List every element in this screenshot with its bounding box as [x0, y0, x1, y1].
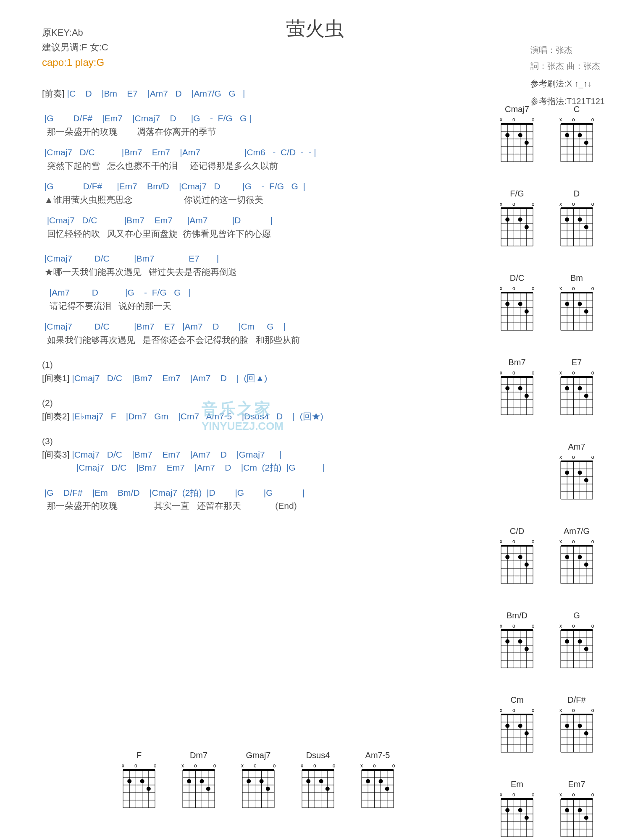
- fretboard-icon: xoo: [291, 762, 345, 811]
- svg-text:o: o: [532, 707, 535, 713]
- svg-text:x: x: [559, 454, 562, 460]
- svg-text:x: x: [500, 117, 502, 123]
- song-meta: 演唱：张杰 詞：张杰 曲：张杰 参考刷法:X ↑_↑↓ 参考指法:T121T12…: [530, 42, 605, 109]
- svg-point-12: [505, 133, 509, 137]
- chord-name: Bm/D: [490, 611, 544, 621]
- chord-name: Bm7: [490, 358, 544, 368]
- chord-name: Dsus4: [291, 751, 345, 761]
- svg-point-103: [578, 302, 582, 306]
- lyric-row: 突然下起的雪 怎么也擦不干的泪 还记得那是多么久以前: [42, 159, 475, 173]
- svg-text:x: x: [559, 370, 562, 376]
- svg-point-139: [578, 386, 582, 390]
- svg-point-338: [206, 787, 210, 791]
- chord-name: Am7: [549, 442, 604, 452]
- svg-text:o: o: [512, 285, 515, 291]
- svg-text:x: x: [500, 285, 502, 291]
- svg-point-193: [578, 555, 582, 559]
- fretboard-icon: xoo: [549, 285, 604, 333]
- chord-name: C/D: [490, 526, 544, 536]
- svg-point-31: [578, 133, 582, 137]
- line-pair: |Cmaj7 D/C |Bm7 Em7 |Am7 |Cm6 - C/D - - …: [42, 146, 475, 172]
- svg-text:x: x: [500, 707, 502, 713]
- svg-point-265: [578, 724, 582, 728]
- fretboard-icon: xoo: [231, 762, 286, 811]
- svg-point-374: [326, 787, 330, 791]
- svg-text:o: o: [194, 763, 197, 769]
- capo-info: capo:1 play:G: [42, 55, 613, 71]
- interlude-chord-row: [间奏2] |E♭maj7 F |Dm7 Gm |Cm7 Am7-5 |Dsus…: [42, 410, 475, 423]
- interlude-chord-row: [间奏3] |Cmaj7 D/C |Bm7 Em7 |Am7 D |Gmaj7 …: [42, 448, 475, 461]
- chord-name: Gmaj7: [231, 751, 286, 761]
- svg-text:o: o: [572, 539, 575, 544]
- svg-point-320: [147, 787, 151, 791]
- line-pair: |Cmaj7 D/C |Bm7 E7 | ★哪一天我们能再次遇见 错过失去是否能…: [42, 252, 475, 278]
- singer-label: 演唱：张杰: [530, 42, 605, 58]
- svg-point-68: [584, 225, 588, 229]
- chord-diagram: Gmaj7xoo: [231, 751, 286, 811]
- chord-diagram: C/Dxoo: [490, 526, 544, 586]
- svg-text:o: o: [512, 201, 515, 207]
- intro-chords: |C D |Bm E7 |Am7 D |Am7/G G |: [65, 89, 245, 98]
- chord-diagram: Dm7xoo: [171, 751, 226, 811]
- interlude-chord-row: [间奏1] |Cmaj7 D/C |Bm7 Em7 |Am7 D | (回▲): [42, 372, 475, 385]
- svg-point-30: [565, 133, 569, 137]
- outro-lyrics: 那一朵盛开的玫瑰 其实一直 还留在那天 (End): [42, 499, 475, 513]
- finger-pattern: 参考指法:T121T121: [530, 93, 605, 109]
- lyric-row: 回忆轻轻的吹 风又在心里面盘旋 彷佛看见曾许下的心愿: [42, 227, 475, 241]
- chord-row: |G D/F# |Em7 Bm/D |Cmaj7 D |G - F/G G |: [42, 180, 475, 193]
- chord-diagram: Am7-5xoo: [350, 751, 405, 811]
- chord-name: E7: [549, 358, 604, 368]
- chord-name: Am7/G: [549, 526, 604, 536]
- svg-point-392: [385, 787, 389, 791]
- chord-diagram: Bmxoo: [549, 273, 604, 333]
- svg-point-264: [565, 724, 569, 728]
- svg-point-157: [578, 471, 582, 475]
- svg-text:x: x: [301, 763, 303, 769]
- svg-point-120: [505, 386, 509, 390]
- svg-point-373: [319, 779, 323, 783]
- lyric-row: ▲谁用萤火虫照亮思念 你说过的这一切很美: [42, 193, 475, 207]
- stanza: |G D/F# |Em7 |Cmaj7 D |G - F/G G | 那一朵盛开…: [42, 112, 475, 240]
- chord-diagram: Bm/Dxoo: [490, 611, 544, 671]
- interlude-chords: |E♭maj7 F |Dm7 Gm |Cm7 Am7-5 |Dsus4 D | …: [69, 411, 323, 421]
- chord-diagram: D/Cxoo: [490, 273, 544, 333]
- svg-point-212: [525, 647, 529, 651]
- chord-row-pair: Cmaj7xooCxoo: [487, 105, 613, 177]
- chord-diagram: Am7xoo: [549, 442, 604, 502]
- svg-text:o: o: [591, 454, 594, 460]
- interludes: (1)[间奏1] |Cmaj7 D/C |Bm7 Em7 |Am7 D | (回…: [42, 358, 475, 474]
- interlude: (1)[间奏1] |Cmaj7 D/C |Bm7 Em7 |Am7 D | (回…: [42, 358, 475, 385]
- lyric-row: 如果我们能够再次遇见 是否你还会不会记得我的脸 和那些从前: [42, 333, 475, 347]
- chord-name: D/C: [490, 273, 544, 283]
- chord-diagram: Cxoo: [549, 105, 604, 165]
- lyric-row: 那一朵盛开的玫瑰 凋落在你离开的季节: [42, 125, 475, 139]
- svg-point-140: [584, 394, 588, 398]
- svg-point-175: [518, 555, 522, 559]
- svg-text:x: x: [500, 623, 502, 629]
- svg-point-246: [505, 724, 509, 728]
- chord-name: D: [549, 189, 604, 199]
- svg-text:x: x: [559, 707, 562, 713]
- svg-text:o: o: [532, 370, 535, 376]
- svg-point-229: [578, 639, 582, 644]
- chord-row: |Cmaj7 D/C |Bm7 Em7 |Am7 |D |: [42, 214, 475, 227]
- interlude-number: (1): [42, 358, 475, 372]
- svg-text:x: x: [360, 763, 363, 769]
- svg-text:o: o: [512, 370, 515, 376]
- intro-chord-row: [前奏] |C D |Bm E7 |Am7 D |Am7/G G |: [42, 87, 475, 100]
- main-content: [前奏] |C D |Bm E7 |Am7 D |Am7/G G | 音乐之家 …: [42, 75, 475, 840]
- outro-line: |G D/F# |Em Bm/D |Cmaj7 (2拍) |D |G |G | …: [42, 486, 475, 513]
- svg-text:o: o: [532, 201, 535, 207]
- fretboard-icon: xoo: [490, 707, 544, 755]
- page: 萤火虫 演唱：张杰 詞：张杰 曲：张杰 参考刷法:X ↑_↑↓ 参考指法:T12…: [0, 0, 630, 840]
- svg-point-49: [518, 217, 522, 222]
- fretboard-icon: xoo: [549, 116, 604, 165]
- svg-text:o: o: [591, 201, 594, 207]
- fretboard-icon: xoo: [549, 454, 604, 502]
- lyric-row: ★哪一天我们能再次遇见 错过失去是否能再倒退: [42, 265, 475, 279]
- chord-diagram: Fxoo: [112, 751, 166, 811]
- song-title: 萤火虫: [286, 16, 344, 42]
- svg-point-84: [505, 302, 509, 306]
- svg-text:o: o: [373, 763, 376, 769]
- chord-sidebar: Cmaj7xooCxooF/GxooDxooD/CxooBmxooBm7xooE…: [475, 75, 613, 840]
